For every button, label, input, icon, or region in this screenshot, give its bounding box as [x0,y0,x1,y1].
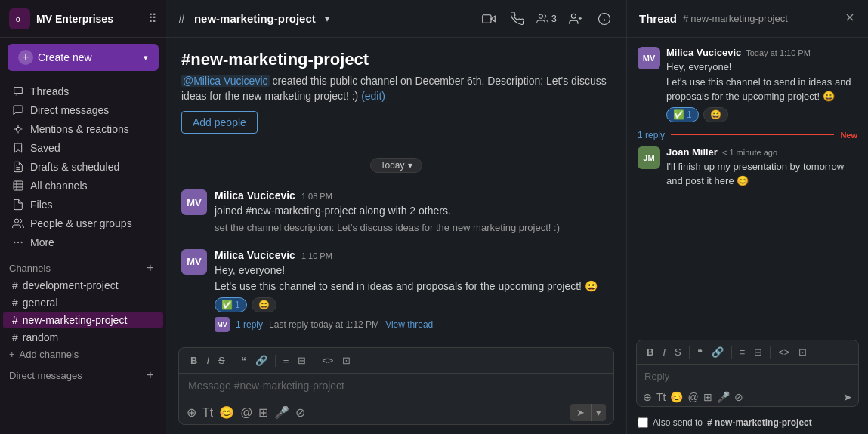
dm-section-label[interactable]: Direct messages [9,370,82,381]
thread-text-1a: Hey, everyone! [666,60,857,75]
also-send-hash: # [707,417,715,428]
date-pill[interactable]: Today ▾ [370,158,422,173]
thread-channel-ref: # new-marketing-project [683,13,788,24]
numbered-list-btn[interactable]: ⊟ [294,352,310,368]
t-emoji-plus-btn[interactable]: ⊕ [643,391,652,403]
t-emoji-btn[interactable]: 😊 [670,391,683,403]
t-sep-1 [689,346,690,359]
t-bold-btn[interactable]: B [643,344,657,360]
slash-btn[interactable]: ⊘ [295,405,305,420]
add-channel-btn[interactable]: + [144,261,157,275]
view-thread-link[interactable]: View thread [385,319,433,330]
phone-icon[interactable] [508,9,527,29]
send-dropdown-btn[interactable]: ▾ [591,404,606,421]
also-send-channel-name: new-marketing-project [715,417,812,428]
add-member-icon[interactable] [566,9,585,29]
formatting-toolbar: B I S ❝ 🔗 ≡ ⊟ <> ⊡ [179,348,613,374]
thread-reaction-2[interactable]: 😄 [703,107,728,122]
sidebar-item-drafts[interactable]: Drafts & scheduled [3,158,163,176]
bullet-list-btn[interactable]: ≡ [280,352,293,368]
also-send-checkbox[interactable] [638,417,648,428]
reply-count[interactable]: 1 reply [236,319,263,330]
thread-reaction-emoji-2: 😄 [710,109,721,120]
saved-label: Saved [30,142,60,154]
reaction-smile[interactable]: 😄 [252,297,276,312]
emoji-btn[interactable]: 😊 [219,405,234,420]
t-slash-btn[interactable]: ⊘ [734,391,743,403]
hash-icon: # [12,279,18,291]
sidebar-item-threads[interactable]: Threads [3,82,163,100]
sidebar-item-files[interactable]: Files [3,195,163,214]
emoji-plus-btn[interactable]: ⊕ [187,405,196,420]
t-strike-btn[interactable]: S [671,344,685,360]
t-audio-btn[interactable]: 🎤 [717,391,730,403]
message-input[interactable]: Message #new-marketing-project [179,374,613,401]
thread-avatar-2: JM [638,146,660,169]
italic-btn[interactable]: I [202,352,213,368]
system-message-group: MV Milica Vucicevic 1:08 PM joined #new-… [181,189,611,235]
add-people-button[interactable]: Add people [181,111,258,134]
mention-btn[interactable]: @ [240,406,252,420]
channel-item-random[interactable]: # random [3,329,163,346]
strike-btn[interactable]: S [215,352,229,368]
messages-area: #new-marketing-project @Milica Vucicevic… [166,38,626,341]
bold-btn[interactable]: B [187,352,201,368]
t-attach-btn[interactable]: ⊞ [703,391,712,403]
divider-line [671,134,834,135]
thread-hash: # [683,13,688,24]
t-link-btn[interactable]: 🔗 [708,344,727,360]
channel-general-label: general [23,297,58,309]
channel-dropdown[interactable]: ▾ [325,14,329,24]
reply-meta: Last reply today at 1:12 PM [269,319,379,330]
t-italic-btn[interactable]: I [659,344,669,360]
t-mention-btn[interactable]: @ [687,391,698,403]
t-code-btn[interactable]: <> [774,344,793,360]
channel-item-general[interactable]: # general [3,294,163,311]
fmt-sep-2 [275,355,276,367]
svg-point-7 [14,242,15,242]
thread-author-row-2: Joan Miller < 1 minute ago [666,146,857,158]
channel-item-dev[interactable]: # development-project [3,277,163,294]
channel-item-new-marketing[interactable]: # new-marketing-project [3,312,163,328]
send-button[interactable]: ➤ [570,404,591,421]
audio-btn[interactable]: 🎤 [274,405,289,420]
reaction-checkmark[interactable]: ✅ 1 [215,297,247,312]
thread-reaction-1[interactable]: ✅ 1 [666,107,699,122]
thread-close-btn[interactable] [844,11,856,26]
video-icon[interactable] [479,9,499,29]
add-channels-item[interactable]: + Add channels [0,346,166,362]
thread-channel-name: new-marketing-project [690,13,788,24]
sidebar-item-saved[interactable]: Saved [3,139,163,157]
create-new-chevron: ▾ [144,53,148,63]
thread-msg-2-content: Joan Miller < 1 minute ago I'll finish u… [666,146,857,189]
t-text-btn[interactable]: Tt [656,391,666,403]
channels-section: Channels + # development-project # gener… [0,258,166,362]
quote-btn[interactable]: ❝ [237,352,250,368]
thread-time-2: < 1 minute ago [722,148,777,157]
thread-input-area: B I S ❝ 🔗 ≡ ⊟ <> ⊡ Reply ⊕ Tt 😊 @ ⊞ 🎤 ⊘ … [636,340,859,407]
code-inline-btn[interactable]: <> [318,352,337,368]
t-numbered-btn[interactable]: ⊟ [750,344,766,360]
attachment-btn[interactable]: ⊞ [258,405,268,420]
thread-input[interactable]: Reply [637,365,858,388]
channels-section-label[interactable]: Channels [9,263,51,274]
sidebar-item-people[interactable]: People & user groups [3,214,163,232]
link-btn[interactable]: 🔗 [252,352,271,368]
apps-icon[interactable]: ⠿ [148,11,157,26]
sidebar-item-all-channels[interactable]: All channels [3,177,163,195]
thread-send-btn[interactable]: ➤ [843,391,852,403]
t-code-block-btn[interactable]: ⊡ [795,344,811,360]
add-dm-btn[interactable]: + [144,368,157,382]
t-quote-btn[interactable]: ❝ [693,344,706,360]
code-block-btn[interactable]: ⊡ [338,352,354,368]
member-count[interactable]: 3 [536,13,557,25]
info-icon[interactable] [595,9,614,29]
text-format-btn[interactable]: Tt [202,406,213,420]
create-new-button[interactable]: + Create new ▾ [8,44,159,71]
sidebar-item-mentions[interactable]: Mentions & reactions [3,120,163,138]
sidebar-item-more[interactable]: More [3,233,163,251]
edit-link[interactable]: (edit) [361,90,385,102]
t-bullet-btn[interactable]: ≡ [736,344,749,360]
sidebar-item-dm[interactable]: Direct messages [3,101,163,119]
threads-icon [12,85,24,97]
